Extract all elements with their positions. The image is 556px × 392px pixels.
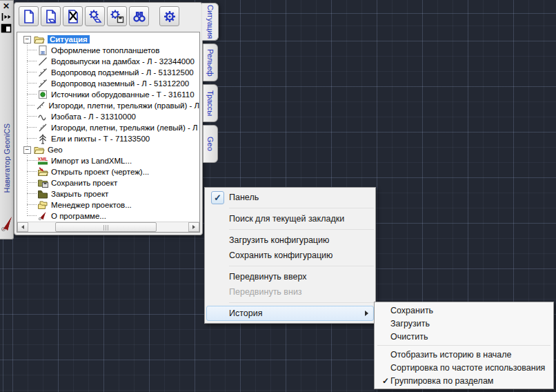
expand-collapse-icon[interactable]: − <box>23 36 31 43</box>
tree-item-hedges-right[interactable]: Изгороди, плетни, трельяжи (правый) - Л <box>17 100 199 111</box>
xml-icon: XML <box>37 155 48 166</box>
menu-item-move-down[interactable]: Передвинуть вниз <box>206 284 374 300</box>
menu-item-save[interactable]: Сохранить <box>376 304 552 317</box>
autohide-button[interactable] <box>0 12 12 23</box>
tree-connector-stub <box>27 67 37 72</box>
folder-open-arrow-icon <box>37 166 48 177</box>
open-drawing-button[interactable] <box>41 6 61 26</box>
new-drawing-button[interactable] <box>19 6 39 26</box>
line-hatch-icon <box>37 67 48 78</box>
menu-separator <box>229 208 374 208</box>
menu-item-label: Сохранить конфигурацию <box>229 251 373 260</box>
scrollbar-track[interactable] <box>28 222 188 232</box>
tree-item-equipped-sources[interactable]: Источники оборудованные - Т - 316110 <box>17 89 199 100</box>
tree-item-firs[interactable]: Ели и пихты - Т - 71133500 <box>17 133 199 144</box>
folders-stack-icon <box>37 199 48 210</box>
menu-item-label: Отобразить историю в начале <box>390 350 551 360</box>
gear-folder-icon <box>88 9 103 24</box>
menu-separator <box>229 302 374 303</box>
scroll-left-button[interactable] <box>17 222 28 232</box>
menu-item-gutter <box>377 304 390 316</box>
menu-item-load[interactable]: Загрузить <box>376 317 552 330</box>
scrollbar-thumb[interactable] <box>55 222 156 232</box>
scroll-right-button[interactable] <box>188 222 199 232</box>
menu-item-label: Панель <box>229 193 373 202</box>
palette-titlebar[interactable]: ✕ Навигатор GeoniCS <box>0 0 14 239</box>
tree-item-hedges-left[interactable]: Изгороди, плетни, трельяжи (левый) - Л <box>17 122 199 133</box>
tree-item-water-outlets[interactable]: Водовыпуски на дамбах - Л - 32344000 <box>17 56 199 67</box>
tree-item-about[interactable]: О программе... <box>17 210 199 222</box>
folder-save-icon <box>37 177 48 188</box>
menu-item-search-current-tab[interactable]: Поиск для текущей закладки <box>206 211 374 226</box>
tree-item-label: Изгороди, плетни, трельяжи (правый) - Л <box>49 101 199 110</box>
tree-item-label: Изобата - Л - 31310000 <box>51 112 136 121</box>
tree-item-geo-root[interactable]: −Geo <box>17 144 199 155</box>
expand-collapse-icon[interactable]: − <box>23 146 31 154</box>
tree-connector-stub <box>27 100 34 106</box>
tree-item-import-landxml[interactable]: XMLИмпорт из LandXML... <box>17 155 199 166</box>
tree-item-isobath[interactable]: Изобата - Л - 31310000 <box>17 111 199 122</box>
tree-connector-stub <box>27 210 37 216</box>
tree-item-label: Сохранить проект <box>51 179 117 187</box>
folder-closed-icon <box>37 188 48 199</box>
tree-item-open-project[interactable]: Открыть проект (чертеж)... <box>17 166 199 177</box>
close-button[interactable]: ✕ <box>0 1 12 12</box>
close-icon: ✕ <box>1 1 12 12</box>
tab-situation[interactable]: Ситуация <box>202 3 219 41</box>
tab-geo[interactable]: Geo <box>203 125 218 163</box>
menu-item-save-config[interactable]: Сохранить конфигурацию <box>206 248 374 263</box>
tree-item-label: Источники оборудованные - Т - 316110 <box>51 90 195 99</box>
tree-item-topo-sheets[interactable]: Оформление топопланшетов <box>17 45 199 56</box>
page-delete-icon <box>66 9 81 24</box>
tree-connector-stub <box>27 122 37 128</box>
tree-item-situation-root[interactable]: −Ситуация <box>17 34 199 45</box>
tree-rows: −СитуацияОформление топопланшетовВодовып… <box>17 32 199 222</box>
tree-item-label: Водопровод подземный - Л - 51312500 <box>51 68 194 77</box>
tree-item-water-pipe-surface[interactable]: Водопровод наземный - Л - 51312200 <box>17 78 199 89</box>
menu-item-show-history-first[interactable]: Отобразить историю в начале <box>376 348 552 361</box>
menu-item-group-by-sections[interactable]: ✓Группировка по разделам <box>376 374 552 387</box>
left-arrow-icon <box>21 225 24 229</box>
menu-item-label: Передвинуть вниз <box>229 287 373 297</box>
tree-connector-stub <box>27 111 37 117</box>
menu-item-load-config[interactable]: Загрузить конфигурацию <box>206 233 374 248</box>
tab-relief[interactable]: Рельеф <box>203 43 218 81</box>
tab-label: Ситуация <box>206 5 215 39</box>
line-hatch-icon <box>37 78 48 89</box>
find-button[interactable] <box>129 6 149 26</box>
load-settings-button[interactable] <box>85 6 105 26</box>
tree-connector-stub <box>27 78 37 84</box>
delete-drawing-button[interactable] <box>63 6 83 26</box>
tree-connector-stub <box>27 199 37 205</box>
tree-connector-stub <box>27 56 37 61</box>
menu-item-gutter <box>207 285 229 299</box>
menu-item-label: История <box>229 308 365 318</box>
palette-title-label: Навигатор GeoniCS <box>3 124 11 193</box>
autocad-drawing-area[interactable]: { "colors": { "desktop_bg": "#232833", "… <box>0 0 556 392</box>
settings-button[interactable] <box>159 6 179 26</box>
wave-icon <box>37 111 48 122</box>
save-settings-button[interactable] <box>107 6 127 26</box>
menu-item-gutter: ✓ <box>377 375 390 386</box>
tree-item-project-manager[interactable]: Менеджер проектов... <box>17 199 199 210</box>
checkmark-icon: ✓ <box>382 376 389 386</box>
tree-item-close-project[interactable]: Закрыть проект <box>17 188 199 199</box>
menu-item-gutter <box>207 233 229 247</box>
menu-item-gutter <box>207 270 229 284</box>
tree-item-label: Импорт из LandXML... <box>51 157 132 165</box>
palette-title: Навигатор GeoniCS <box>0 106 14 210</box>
menu-item-clear[interactable]: Очистить <box>376 330 552 343</box>
properties-button[interactable] <box>0 23 12 34</box>
tab-routes[interactable]: Трассы <box>203 84 218 122</box>
menu-item-sort-by-usage[interactable]: Сортировка по частоте использования <box>376 361 552 374</box>
tree-item-save-project[interactable]: Сохранить проект <box>17 177 199 188</box>
folder-open-yellow-icon <box>33 34 45 45</box>
menu-item-history[interactable]: История <box>206 306 374 321</box>
horizontal-scrollbar[interactable] <box>17 222 199 232</box>
menu-item-panel[interactable]: ✓Панель <box>206 190 374 205</box>
menu-item-move-up[interactable]: Передвинуть вверх <box>206 269 374 284</box>
tree-connector-stub <box>27 45 37 50</box>
tree-item-water-pipe-underground[interactable]: Водопровод подземный - Л - 51312500 <box>17 67 199 78</box>
menu-item-label: Сохранить <box>390 306 551 315</box>
menu-separator <box>229 266 374 266</box>
